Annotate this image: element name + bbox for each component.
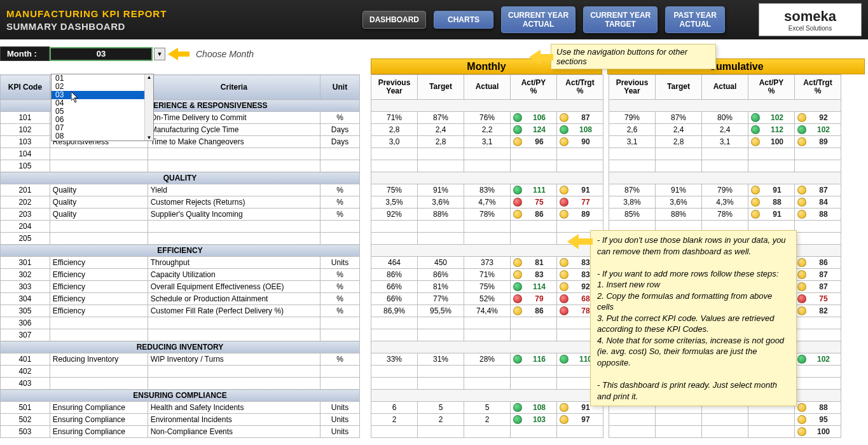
logo-text: someka — [784, 8, 836, 25]
indicator-icon — [560, 198, 568, 207]
table-row — [371, 221, 603, 233]
month-hint: Choose Month — [196, 49, 254, 59]
indicator-icon — [797, 282, 806, 291]
table-row: 303EfficiencyOverall Equipment Effective… — [1, 281, 360, 293]
table-row: 75%91%83%11191 — [371, 184, 603, 196]
table-row: 501Ensuring ComplianceHealth and Safety … — [1, 402, 360, 414]
indicator-icon — [513, 294, 522, 303]
indicator-icon — [797, 258, 806, 267]
nav-dashboard[interactable]: DASHBOARD — [362, 11, 426, 29]
indicator-icon — [751, 210, 760, 219]
table-row: 304EfficiencySchedule or Production Atta… — [1, 293, 360, 305]
table-row: 3,02,83,19690 — [371, 136, 603, 148]
table-row — [371, 426, 603, 438]
indicator-icon — [513, 282, 522, 291]
indicator-icon — [513, 258, 522, 267]
indicator-icon — [513, 186, 522, 195]
callout-tips: - If you don't use those blank rows in y… — [590, 230, 797, 406]
table-row: 204 — [1, 221, 360, 233]
logo: someka Excel Solutions — [759, 3, 862, 36]
table-row: 92%88%78%8689 — [371, 209, 603, 221]
table-row: 203QualitySupplier's Quality Incoming% — [1, 209, 360, 221]
month-dropdown[interactable]: 0102030405060708 — [51, 74, 154, 141]
col-header: Unit — [320, 75, 360, 100]
scrollbar[interactable] — [144, 74, 153, 140]
section-header — [371, 172, 603, 184]
table-row: 86%86%71%8383 — [371, 269, 603, 281]
table-row: 85%88%78%9188 — [609, 209, 841, 221]
col-header: Act/PY% — [511, 75, 557, 100]
indicator-icon — [797, 186, 806, 195]
indicator-icon — [560, 294, 568, 303]
table-row: 3,5%3,6%4,7%7577 — [371, 196, 603, 209]
nav-past-year-actual[interactable]: PAST YEARACTUAL — [665, 6, 725, 34]
indicator-icon — [513, 198, 522, 207]
section-header — [609, 172, 841, 184]
table-row: 79%87%80%10292 — [609, 112, 841, 124]
col-header: Act/Trgt% — [795, 75, 841, 100]
indicator-icon — [797, 415, 806, 424]
table-row: 307 — [1, 329, 360, 341]
indicator-icon — [560, 137, 568, 146]
month-value[interactable]: 03 — [50, 47, 153, 61]
nav-current-year-target[interactable]: CURRENT YEARTARGET — [583, 6, 658, 34]
indicator-icon — [560, 355, 568, 364]
table-row: 502Ensuring ComplianceEnvironmental Inci… — [1, 414, 360, 426]
indicator-icon — [560, 270, 568, 279]
table-row: 100 — [609, 426, 841, 438]
dropdown-option[interactable]: 08 — [52, 132, 153, 140]
col-header: Criteria — [148, 75, 320, 100]
indicator-icon — [797, 427, 806, 436]
table-row: 86,9%95,5%74,4%8678 — [371, 305, 603, 317]
dropdown-option[interactable]: 04 — [52, 99, 153, 107]
month-selector[interactable]: 03 ▼ — [50, 47, 153, 61]
col-header: Act/Trgt% — [557, 75, 603, 100]
table-row: 105 — [1, 160, 360, 172]
indicator-icon — [560, 186, 568, 195]
indicator-icon — [751, 186, 760, 195]
table-row: 104 — [1, 148, 360, 160]
section-header: ENSURING COMPLIANCE — [1, 390, 360, 402]
table-row: 87%91%79%9187 — [609, 184, 841, 196]
col-header: PreviousYear — [609, 75, 656, 100]
table-row: 202QualityCustomer Rejects (Returns)% — [1, 196, 360, 209]
indicator-icon — [797, 113, 806, 122]
dropdown-option[interactable]: 06 — [52, 116, 153, 124]
nav-current-year-actual[interactable]: CURRENT YEARACTUAL — [501, 6, 575, 34]
dropdown-option[interactable]: 01 — [52, 74, 153, 83]
dropdown-option[interactable]: 07 — [52, 124, 153, 132]
indicator-icon — [513, 113, 522, 122]
indicator-icon — [797, 355, 806, 364]
table-row — [609, 148, 841, 160]
table-row: 33%31%28%116110 — [371, 353, 603, 366]
indicator-icon — [751, 137, 760, 146]
table-row: 403 — [1, 378, 360, 390]
table-row: 3,12,83,110089 — [609, 136, 841, 148]
section-header: QUALITY — [1, 172, 360, 184]
table-row: 402 — [1, 366, 360, 378]
table-row — [371, 148, 603, 160]
table-row: 306 — [1, 317, 360, 329]
report-subtitle: SUMMARY DASHBOARD — [6, 21, 362, 32]
section-header — [371, 100, 603, 112]
table-row: 66%81%75%11492 — [371, 281, 603, 293]
col-header: KPI Code — [1, 75, 50, 100]
table-row: 2,62,42,4112102 — [609, 124, 841, 136]
table-row: 305EfficiencyCustomer Fill Rate (Perfect… — [1, 305, 360, 317]
dropdown-option[interactable]: 03 — [52, 91, 153, 99]
table-row — [371, 378, 603, 390]
callout-arrow-icon — [529, 50, 541, 65]
table-row: 71%87%76%10687 — [371, 112, 603, 124]
dropdown-button[interactable]: ▼ — [154, 48, 165, 60]
table-row: 503Ensuring ComplianceNon-Compliance Eve… — [1, 426, 360, 438]
header: MANUFACTURING KPI REPORT SUMMARY DASHBOA… — [0, 0, 868, 39]
logo-sub: Excel Solutions — [789, 25, 832, 32]
dropdown-option[interactable]: 05 — [52, 107, 153, 116]
indicator-icon — [751, 113, 760, 122]
section-header: EFFICIENCY — [1, 245, 360, 257]
table-row: 201QualityYield% — [1, 184, 360, 196]
nav-charts[interactable]: CHARTS — [434, 11, 493, 29]
col-header: Actual — [464, 75, 511, 100]
dropdown-option[interactable]: 02 — [52, 83, 153, 91]
indicator-icon — [513, 403, 522, 412]
